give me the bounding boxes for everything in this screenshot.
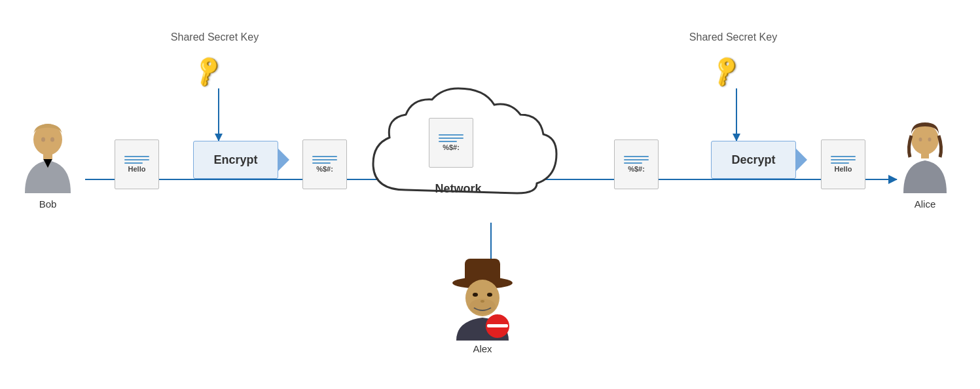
diagram: Bob Hello Shared Secret Key 🔑 Encrypt %$…	[0, 0, 980, 389]
key-icon-left: 🔑	[189, 52, 226, 89]
doc-enc2-line-3	[624, 162, 642, 164]
alice-avatar	[896, 121, 954, 193]
doc-enc1-line-2	[312, 159, 337, 160]
svg-point-14	[481, 300, 484, 303]
doc-hello-right: Hello	[821, 139, 865, 189]
doc-encrypted-1: %$#:	[302, 139, 347, 189]
doc-in-cloud: %$#:	[429, 118, 473, 168]
svg-point-3	[50, 138, 54, 142]
alex-spy-avatar	[440, 255, 525, 341]
alex-label: Alex	[473, 343, 492, 354]
alice-label: Alice	[915, 198, 936, 210]
svg-point-4	[911, 124, 939, 155]
encrypt-button: Encrypt	[193, 141, 278, 179]
doc-cloud-line-3	[439, 141, 457, 142]
doc-encrypted-2-text: %$#:	[628, 165, 645, 173]
encrypt-label: Encrypt	[213, 153, 257, 167]
doc-enc2-line-1	[624, 156, 649, 157]
svg-point-12	[473, 293, 478, 297]
decrypt-label: Decrypt	[731, 153, 775, 167]
doc-hello-left: Hello	[115, 139, 159, 189]
doc-encrypted-1-text: %$#:	[316, 165, 333, 173]
doc-hr-line-1	[831, 156, 856, 157]
key-arrow-right	[736, 88, 737, 141]
key-arrow-left	[218, 88, 219, 141]
alex-container: Alex	[440, 255, 525, 354]
key-icon-right: 🔑	[707, 52, 744, 89]
doc-enc2-line-2	[624, 159, 649, 160]
doc-hr-line-3	[831, 162, 849, 164]
svg-point-13	[487, 293, 492, 297]
decrypt-button: Decrypt	[711, 141, 796, 179]
doc-cloud-line-1	[439, 134, 463, 136]
svg-point-2	[41, 138, 45, 142]
cloud-container: Network %$#:	[354, 85, 563, 225]
doc-hello-right-text: Hello	[835, 165, 852, 173]
doc-cloud-lines	[439, 134, 463, 142]
doc-hello-left-text: Hello	[128, 165, 146, 173]
doc-cloud-line-2	[439, 138, 463, 139]
doc-enc2-lines	[624, 156, 649, 164]
svg-rect-1	[43, 153, 52, 159]
doc-enc1-lines	[312, 156, 337, 164]
doc-line-1	[124, 156, 149, 157]
bob-person: Bob	[18, 121, 77, 210]
doc-line-2	[124, 159, 149, 160]
doc-hr-line-2	[831, 159, 856, 160]
doc-hello-right-lines	[831, 156, 856, 164]
key-label-left: Shared Secret Key	[162, 31, 267, 43]
doc-lines-left	[124, 156, 149, 164]
bob-label: Bob	[39, 198, 57, 210]
doc-encrypted-2: %$#:	[614, 139, 659, 189]
bob-avatar	[18, 121, 77, 193]
doc-enc1-line-3	[312, 162, 331, 164]
doc-enc1-line-1	[312, 156, 337, 157]
doc-in-cloud-text: %$#:	[443, 143, 460, 151]
key-label-right: Shared Secret Key	[681, 31, 786, 43]
svg-rect-16	[487, 324, 508, 327]
network-label: Network	[409, 182, 507, 196]
alice-person: Alice	[896, 121, 954, 210]
svg-point-7	[928, 138, 932, 141]
svg-point-6	[919, 138, 922, 141]
svg-rect-5	[921, 152, 929, 158]
doc-line-3	[124, 162, 143, 164]
